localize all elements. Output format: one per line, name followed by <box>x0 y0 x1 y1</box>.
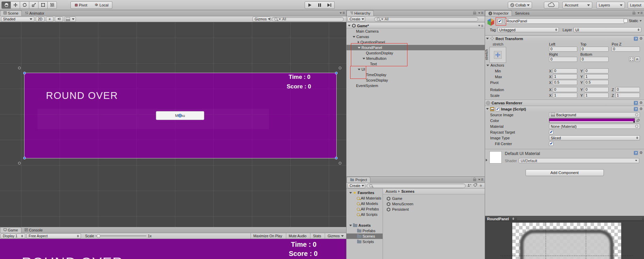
tab-project[interactable]: Project <box>347 177 370 183</box>
gameobject-name-field[interactable]: RoundPanel <box>505 18 625 24</box>
2d-toggle-button[interactable]: 2D <box>36 17 45 22</box>
foldout-arrow-icon[interactable] <box>358 69 360 70</box>
hierarchy-item-canvas[interactable]: Canvas <box>347 34 485 39</box>
fill-center-checkbox[interactable] <box>549 141 553 146</box>
eyedropper-icon[interactable] <box>636 119 640 122</box>
drag-handle[interactable] <box>517 218 642 220</box>
layout-dropdown[interactable]: Layout <box>628 2 644 8</box>
pane-menu-icon[interactable]: ≡ <box>339 11 345 15</box>
pivot-x-field[interactable]: 0.5 <box>553 80 577 85</box>
pivot-y-field[interactable]: 0.5 <box>584 80 609 85</box>
component-enabled-checkbox[interactable]: ✔ <box>496 107 500 111</box>
hierarchy-item-game-scene[interactable]: Game* ≡ <box>347 23 485 29</box>
pane-menu-icon[interactable]: ≡ <box>478 24 483 28</box>
cloud-button[interactable] <box>544 2 559 8</box>
lock-icon[interactable] <box>473 179 476 181</box>
scene-file-game[interactable]: Game <box>383 196 485 201</box>
gear-icon[interactable]: ⚙ <box>639 101 643 105</box>
raw-edit-button[interactable]: R <box>635 57 640 62</box>
material-field[interactable]: None (Material) <box>549 124 640 129</box>
rotate-handle-icon[interactable] <box>339 162 341 165</box>
folder-scenes[interactable]: Scenes <box>347 234 383 239</box>
local-toggle-button[interactable]: Local <box>91 1 112 9</box>
play-button[interactable] <box>305 1 315 9</box>
game-gizmos-dropdown[interactable]: Gizmos <box>325 233 346 239</box>
shading-mode-dropdown[interactable]: Shaded <box>1 17 34 22</box>
scene-file-persistent[interactable]: Persistent <box>383 207 485 212</box>
scene-lighting-button[interactable]: ☀ <box>46 17 53 22</box>
scene-viewport[interactable]: ROUND OVER Time : 0 Score : 0 Menu <box>0 22 346 227</box>
posz-field[interactable]: 0 <box>612 47 640 52</box>
project-search-input[interactable] <box>367 184 466 188</box>
scale-slider[interactable] <box>95 236 146 236</box>
hierarchy-item-questiondisplay[interactable]: QuestionDisplay <box>347 50 485 56</box>
hierarchy-item-questionpanel[interactable]: QuestionPanel <box>347 39 485 45</box>
lock-icon[interactable] <box>632 12 635 15</box>
scene-effects-dropdown[interactable] <box>64 17 76 22</box>
game-viewport[interactable]: Time : 0 Score : 0 ROUND OVER <box>0 239 346 259</box>
favorite-all-prefabs[interactable]: All Prefabs <box>347 206 383 212</box>
rect-handle-bottomleft[interactable] <box>23 157 26 159</box>
preview-header[interactable]: RoundPanel <box>485 216 644 222</box>
slider-knob[interactable] <box>97 234 100 238</box>
scene-file-menuscreen[interactable]: MenuScreen <box>383 201 485 207</box>
active-checkbox[interactable] <box>498 19 502 23</box>
folder-scripts[interactable]: Scripts <box>347 239 383 244</box>
foldout-arrow-icon[interactable] <box>349 225 352 226</box>
max-y-field[interactable]: 1 <box>584 74 609 79</box>
rotation-x-field[interactable]: 0 <box>553 87 577 92</box>
foldout-arrow-icon[interactable] <box>353 36 355 38</box>
hierarchy-item-ui[interactable]: UI <box>347 67 485 72</box>
hierarchy-search-input[interactable]: All <box>374 17 478 21</box>
hierarchy-item-timedisplay[interactable]: TimeDisplay <box>347 72 485 77</box>
favorite-all-materials[interactable]: All Materials <box>347 195 383 201</box>
min-y-field[interactable]: 0 <box>584 68 609 73</box>
mute-audio-button[interactable]: Mute Audio <box>286 233 309 239</box>
min-x-field[interactable]: 0 <box>553 68 577 73</box>
gear-icon[interactable]: ⚙ <box>639 107 643 111</box>
scene-audio-button[interactable] <box>55 17 63 22</box>
tab-hierarchy[interactable]: Hierarchy <box>347 10 374 16</box>
object-picker-icon[interactable] <box>635 113 638 116</box>
scale-tool-button[interactable] <box>29 1 38 9</box>
right-field[interactable]: 0 <box>549 57 577 62</box>
scale-x-field[interactable]: 1 <box>553 93 577 98</box>
rotate-handle-icon[interactable] <box>18 67 21 69</box>
hierarchy-item-roundpanel[interactable]: RoundPanel <box>347 45 485 50</box>
scene-search-input[interactable]: All <box>272 17 344 21</box>
rect-tool-button[interactable] <box>38 1 48 9</box>
shader-field[interactable]: UI/Default <box>519 158 639 163</box>
hierarchy-item-eventsystem[interactable]: EventSystem <box>347 83 485 88</box>
scene-gizmos-dropdown[interactable]: Gizmos <box>253 17 270 22</box>
foldout-arrow-icon[interactable] <box>486 65 489 66</box>
favorite-all-scripts[interactable]: All Scripts <box>347 212 383 217</box>
rotation-y-field[interactable]: 0 <box>584 87 609 92</box>
pane-menu-icon[interactable]: ≡ <box>637 11 643 15</box>
chevron-down-icon[interactable] <box>640 20 642 21</box>
scene-menu-button-object[interactable]: Menu <box>156 111 204 120</box>
pivot-handle-icon[interactable] <box>178 114 182 118</box>
favorites-filter-icon[interactable]: ★ <box>479 184 483 188</box>
image-type-dropdown[interactable]: Sliced <box>549 135 640 140</box>
scale-z-field[interactable]: 1 <box>615 93 640 98</box>
rotation-z-field[interactable]: 0 <box>615 87 640 92</box>
tag-dropdown[interactable]: Untagged <box>498 27 559 32</box>
source-image-field[interactable]: Background <box>549 112 640 117</box>
top-field[interactable]: 0 <box>580 47 609 52</box>
tab-game[interactable]: Game <box>0 227 21 233</box>
hand-tool-button[interactable] <box>1 1 11 9</box>
maximize-on-play-button[interactable]: Maximize On Play <box>251 233 285 239</box>
add-component-button[interactable]: Add Component <box>526 169 604 176</box>
max-x-field[interactable]: 1 <box>553 74 577 79</box>
account-dropdown[interactable]: Account <box>562 2 592 8</box>
rect-handle-topleft[interactable] <box>23 72 26 74</box>
move-tool-button[interactable] <box>11 1 20 9</box>
tab-console[interactable]: Console <box>21 227 46 233</box>
raycast-target-checkbox[interactable] <box>549 130 553 134</box>
foldout-arrow-icon[interactable] <box>486 38 489 39</box>
gear-icon[interactable]: ⚙ <box>639 151 643 155</box>
help-icon[interactable]: ? <box>634 151 638 155</box>
step-button[interactable] <box>324 1 335 9</box>
hierarchy-item-scoredisplay[interactable]: ScoreDisplay <box>347 77 485 83</box>
lock-icon[interactable] <box>473 12 476 15</box>
